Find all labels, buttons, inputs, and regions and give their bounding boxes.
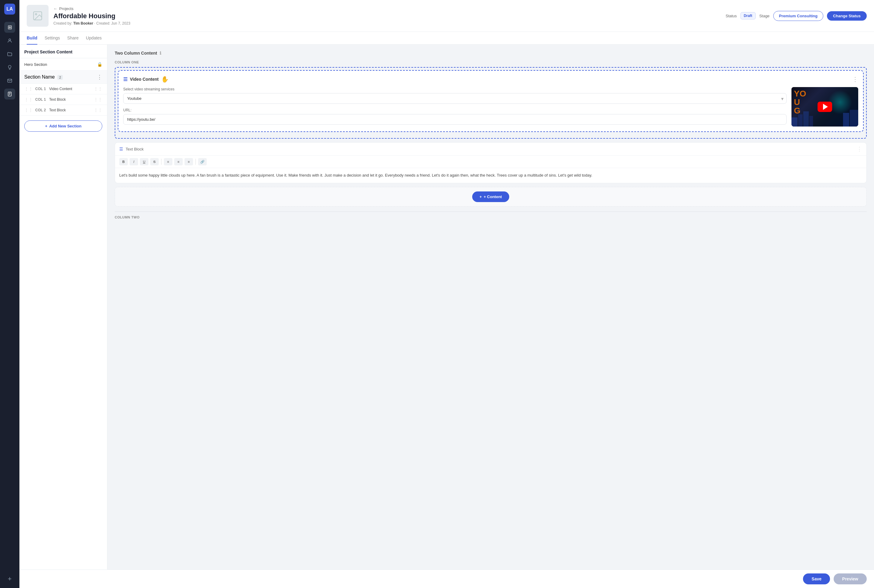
project-title: Affordable Housing (53, 12, 721, 20)
video-thumbnail: YOUG (791, 87, 858, 126)
section-content-header: Two Column Content ℹ (115, 51, 867, 56)
column-one-label: COLUMN ONE (115, 60, 867, 64)
video-content-card: ☰ Video Content ✋ ⋮ Select video streami… (118, 70, 863, 132)
section-name-text: Section Name (24, 74, 55, 80)
sidebar-icon-mail[interactable] (4, 75, 15, 86)
text-block-icon: ☰ (119, 147, 123, 152)
list-item[interactable]: ⋮⋮ COL 2 Text Block ⋮⋮ (20, 105, 107, 116)
section-menu-icon[interactable]: ⋮ (97, 74, 102, 80)
toolbar-btn-strike[interactable]: S (150, 158, 159, 165)
sidebar-icon-bulb[interactable] (4, 62, 15, 73)
text-block-header: ☰ Text Block ⋮ (115, 142, 866, 156)
tab-updates[interactable]: Updates (86, 32, 102, 45)
list-item[interactable]: ⋮⋮ COL 1 Video Content ⋮⋮ (20, 84, 107, 94)
col-label-2: COL 2 (35, 108, 47, 112)
toolbar-btn-underline[interactable]: U (140, 158, 149, 165)
streaming-select[interactable]: Youtube Vimeo Wistia (123, 93, 787, 104)
drag-handle-icon: ⋮⋮ (24, 87, 33, 92)
page-header: ← Projects Affordable Housing Created by… (20, 0, 874, 32)
video-content-dashed-area: ☰ Video Content ✋ ⋮ Select video streami… (115, 67, 867, 139)
sidebar-icon-user[interactable] (4, 35, 15, 46)
toolbar-btn-align-left[interactable]: ≡ (164, 158, 173, 165)
tab-settings[interactable]: Settings (45, 32, 60, 45)
video-card-title: ☰ Video Content ✋ (123, 75, 169, 83)
change-status-button[interactable]: Change Status (827, 11, 867, 21)
add-content-label: + Content (484, 195, 502, 199)
url-input[interactable] (123, 114, 787, 125)
svg-rect-7 (803, 111, 809, 126)
youtube-play-button[interactable] (818, 102, 832, 112)
sidebar-icon-folder[interactable] (4, 48, 15, 60)
bottom-bar: Save Preview (20, 570, 874, 588)
lock-icon: 🔒 (97, 62, 102, 67)
status-label: Status (725, 14, 737, 18)
streaming-service-label: Select video streaming services (123, 87, 787, 92)
video-card-menu-icon[interactable]: ⋮ (852, 75, 858, 83)
drag-handle-icon: ⋮⋮ (24, 108, 33, 112)
app-logo: LA (4, 4, 15, 15)
status-badge: Draft (740, 12, 755, 20)
row-menu-icon[interactable]: ⋮⋮ (94, 97, 102, 102)
add-section-label: Add New Section (49, 124, 81, 128)
toolbar-btn-bold[interactable]: B (119, 158, 128, 165)
toolbar-btn-align-right[interactable]: ≡ (185, 158, 193, 165)
toolbar-btn-italic[interactable]: I (129, 158, 138, 165)
video-card-body: Select video streaming services Youtube … (123, 87, 858, 126)
toolbar-separator-2 (195, 159, 196, 165)
svg-point-4 (36, 14, 37, 15)
tabs-bar: Build Settings Share Updates (20, 32, 874, 45)
panel-title: Project Section Content (20, 45, 107, 58)
plus-content-icon: + (479, 195, 482, 199)
text-block-menu-icon[interactable]: ⋮ (857, 146, 862, 152)
left-panel: Project Section Content Hero Section 🔒 S… (20, 45, 107, 570)
premium-consulting-button[interactable]: Premium Consulting (773, 11, 823, 21)
tab-build[interactable]: Build (27, 32, 38, 45)
item-label-2: Text Block (49, 108, 92, 112)
section-header-label: Two Column Content (115, 51, 157, 56)
toolbar-btn-link[interactable]: 🔗 (198, 158, 207, 165)
col-label: COL 1 (35, 98, 47, 102)
content-area: Project Section Content Hero Section 🔒 S… (20, 45, 874, 570)
list-icon: ☰ (123, 76, 128, 82)
svg-rect-6 (798, 114, 803, 126)
save-button[interactable]: Save (803, 573, 830, 584)
list-item[interactable]: ⋮⋮ COL 1 Text Block ⋮⋮ (20, 94, 107, 105)
item-label: Video Content (49, 87, 92, 91)
sidebar-icon-home[interactable]: ⊞ (4, 22, 15, 33)
svg-rect-9 (843, 113, 849, 126)
video-card-title-text: Video Content (130, 77, 159, 82)
section-badge: 2 (57, 75, 63, 80)
toolbar-btn-align-center[interactable]: ≡ (174, 158, 183, 165)
info-icon[interactable]: ℹ (160, 51, 161, 56)
sidebar-add-button[interactable]: + (4, 573, 15, 584)
breadcrumb[interactable]: ← Projects (53, 6, 721, 11)
svg-rect-8 (809, 116, 813, 126)
hero-section-item[interactable]: Hero Section 🔒 (20, 58, 107, 71)
video-card-fields: Select video streaming services Youtube … (123, 87, 787, 125)
sidebar-icon-clipboard[interactable] (4, 88, 15, 99)
tab-share[interactable]: Share (68, 32, 79, 45)
add-content-area: + + Content (115, 187, 867, 207)
back-arrow-icon: ← (53, 6, 57, 11)
video-card-inner: ☰ Video Content ✋ ⋮ Select video streami… (119, 71, 863, 131)
breadcrumb-label: Projects (59, 6, 74, 11)
add-content-button[interactable]: + + Content (472, 192, 509, 202)
header-info: ← Projects Affordable Housing Created by… (53, 6, 721, 26)
col-label: COL 1 (35, 87, 47, 91)
item-label: Text Block (49, 98, 92, 102)
status-stage[interactable]: Stage (759, 14, 770, 18)
svg-point-0 (9, 39, 11, 40)
text-content-area[interactable]: Let's build some happy little clouds up … (115, 168, 866, 183)
header-actions: Status Draft Stage Premium Consulting Ch… (725, 11, 867, 21)
preview-button[interactable]: Preview (833, 573, 867, 584)
add-new-section-button[interactable]: + Add New Section (24, 120, 102, 132)
video-card-header: ☰ Video Content ✋ ⋮ (123, 75, 858, 83)
project-meta: Created by: Tim Booker · Created: Jun 7,… (53, 21, 721, 26)
drag-cursor-icon: ✋ (161, 75, 169, 83)
row-menu-icon[interactable]: ⋮⋮ (94, 87, 102, 92)
text-toolbar: B I U S ≡ ≡ ≡ 🔗 (115, 156, 866, 168)
column-two-label: COLUMN TWO (115, 212, 867, 222)
url-label: URL: (123, 108, 787, 112)
row-menu-icon[interactable]: ⋮⋮ (94, 108, 102, 112)
right-panel: Two Column Content ℹ COLUMN ONE ☰ Video … (107, 45, 874, 570)
